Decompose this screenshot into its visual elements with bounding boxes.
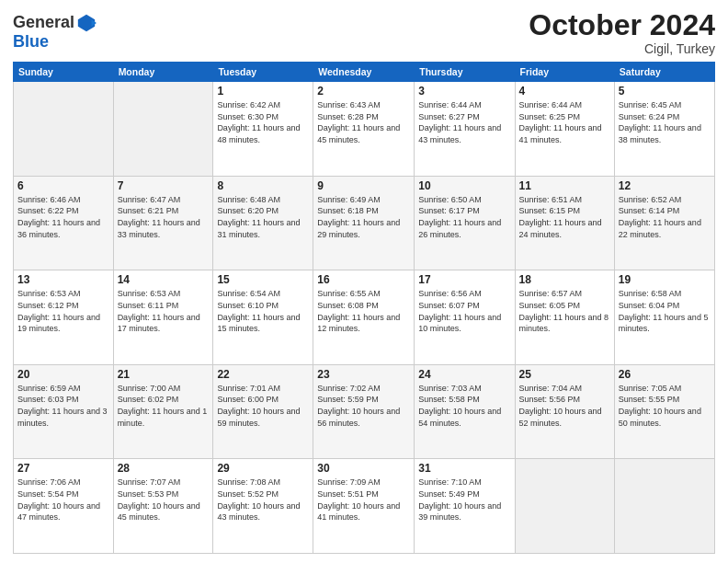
table-row: 1Sunrise: 6:42 AMSunset: 6:30 PMDaylight… [213,82,313,177]
calendar-week-row: 13Sunrise: 6:53 AMSunset: 6:12 PMDayligh… [14,270,715,365]
table-row: 26Sunrise: 7:05 AMSunset: 5:55 PMDayligh… [614,364,714,459]
table-row: 28Sunrise: 7:07 AMSunset: 5:53 PMDayligh… [113,459,213,554]
table-row [113,82,213,177]
day-info: Sunrise: 6:57 AMSunset: 6:05 PMDaylight:… [519,288,610,334]
calendar-week-row: 27Sunrise: 7:06 AMSunset: 5:54 PMDayligh… [14,459,715,554]
calendar-week-row: 20Sunrise: 6:59 AMSunset: 6:03 PMDayligh… [14,364,715,459]
day-number: 16 [317,273,410,286]
table-row [614,459,714,554]
table-row: 9Sunrise: 6:49 AMSunset: 6:18 PMDaylight… [313,176,415,270]
table-row: 20Sunrise: 6:59 AMSunset: 6:03 PMDayligh… [14,364,114,459]
day-info: Sunrise: 6:53 AMSunset: 6:12 PMDaylight:… [17,288,109,334]
day-info: Sunrise: 6:47 AMSunset: 6:21 PMDaylight:… [118,194,210,240]
day-number: 13 [17,273,109,286]
day-number: 30 [317,462,410,475]
col-wednesday: Wednesday [313,63,415,82]
table-row: 30Sunrise: 7:09 AMSunset: 5:51 PMDayligh… [313,459,415,554]
day-info: Sunrise: 6:49 AMSunset: 6:18 PMDaylight:… [317,194,410,240]
col-saturday: Saturday [614,63,714,82]
day-number: 10 [418,179,510,192]
table-row: 2Sunrise: 6:43 AMSunset: 6:28 PMDaylight… [313,82,415,177]
day-info: Sunrise: 6:46 AMSunset: 6:22 PMDaylight:… [17,194,109,240]
calendar-subtitle: Cigil, Turkey [529,41,715,56]
day-info: Sunrise: 7:04 AMSunset: 5:56 PMDaylight:… [519,383,610,429]
table-row: 5Sunrise: 6:45 AMSunset: 6:24 PMDaylight… [614,82,714,177]
day-info: Sunrise: 6:54 AMSunset: 6:10 PMDaylight:… [217,288,309,334]
day-number: 12 [619,179,711,192]
day-info: Sunrise: 6:56 AMSunset: 6:07 PMDaylight:… [418,288,510,334]
day-info: Sunrise: 7:05 AMSunset: 5:55 PMDaylight:… [619,383,711,429]
table-row: 17Sunrise: 6:56 AMSunset: 6:07 PMDayligh… [415,270,515,365]
logo: General Blue [13,13,97,52]
day-info: Sunrise: 6:50 AMSunset: 6:17 PMDaylight:… [418,194,510,240]
calendar-table: Sunday Monday Tuesday Wednesday Thursday… [13,62,715,554]
table-row: 12Sunrise: 6:52 AMSunset: 6:14 PMDayligh… [614,176,714,270]
col-friday: Friday [515,63,614,82]
table-row: 22Sunrise: 7:01 AMSunset: 6:00 PMDayligh… [213,364,313,459]
table-row: 15Sunrise: 6:54 AMSunset: 6:10 PMDayligh… [213,270,313,365]
day-info: Sunrise: 7:10 AMSunset: 5:49 PMDaylight:… [418,477,510,523]
day-info: Sunrise: 6:44 AMSunset: 6:27 PMDaylight:… [418,99,510,145]
day-number: 9 [317,179,410,192]
day-number: 17 [418,273,510,286]
table-row: 7Sunrise: 6:47 AMSunset: 6:21 PMDaylight… [113,176,213,270]
day-info: Sunrise: 7:01 AMSunset: 6:00 PMDaylight:… [217,383,309,429]
day-number: 28 [118,462,210,475]
day-info: Sunrise: 6:51 AMSunset: 6:15 PMDaylight:… [519,194,610,240]
logo-icon [76,13,97,33]
day-number: 24 [418,368,510,381]
day-number: 8 [217,179,309,192]
day-info: Sunrise: 6:53 AMSunset: 6:11 PMDaylight:… [118,288,210,334]
calendar-header-row: Sunday Monday Tuesday Wednesday Thursday… [14,63,715,82]
table-row: 31Sunrise: 7:10 AMSunset: 5:49 PMDayligh… [415,459,515,554]
table-row: 3Sunrise: 6:44 AMSunset: 6:27 PMDaylight… [415,82,515,177]
day-number: 7 [118,179,210,192]
day-number: 26 [619,368,711,381]
day-number: 29 [217,462,309,475]
table-row: 25Sunrise: 7:04 AMSunset: 5:56 PMDayligh… [515,364,614,459]
page: General Blue October 2024 Cigil, Turkey … [0,0,728,563]
day-number: 6 [17,179,109,192]
day-info: Sunrise: 7:07 AMSunset: 5:53 PMDaylight:… [118,477,210,523]
day-number: 18 [519,273,610,286]
table-row: 6Sunrise: 6:46 AMSunset: 6:22 PMDaylight… [14,176,114,270]
day-number: 31 [418,462,510,475]
table-row: 4Sunrise: 6:44 AMSunset: 6:25 PMDaylight… [515,82,614,177]
table-row: 18Sunrise: 6:57 AMSunset: 6:05 PMDayligh… [515,270,614,365]
col-sunday: Sunday [14,63,114,82]
day-number: 2 [317,85,410,98]
day-info: Sunrise: 6:42 AMSunset: 6:30 PMDaylight:… [217,99,309,145]
day-info: Sunrise: 6:52 AMSunset: 6:14 PMDaylight:… [619,194,711,240]
logo-general-text: General [13,14,74,32]
day-number: 22 [217,368,309,381]
day-number: 14 [118,273,210,286]
table-row: 27Sunrise: 7:06 AMSunset: 5:54 PMDayligh… [14,459,114,554]
day-number: 19 [619,273,711,286]
title-block: October 2024 Cigil, Turkey [529,9,715,56]
day-info: Sunrise: 7:03 AMSunset: 5:58 PMDaylight:… [418,383,510,429]
day-number: 15 [217,273,309,286]
day-info: Sunrise: 7:08 AMSunset: 5:52 PMDaylight:… [217,477,309,523]
table-row: 21Sunrise: 7:00 AMSunset: 6:02 PMDayligh… [113,364,213,459]
day-number: 3 [418,85,510,98]
day-info: Sunrise: 6:59 AMSunset: 6:03 PMDaylight:… [17,383,109,429]
table-row: 29Sunrise: 7:08 AMSunset: 5:52 PMDayligh… [213,459,313,554]
day-number: 11 [519,179,610,192]
day-info: Sunrise: 7:00 AMSunset: 6:02 PMDaylight:… [118,383,210,429]
day-info: Sunrise: 6:43 AMSunset: 6:28 PMDaylight:… [317,99,410,145]
col-thursday: Thursday [415,63,515,82]
col-tuesday: Tuesday [213,63,313,82]
day-info: Sunrise: 6:55 AMSunset: 6:08 PMDaylight:… [317,288,410,334]
day-number: 4 [519,85,610,98]
logo-blue-text: Blue [13,32,49,51]
day-number: 5 [619,85,711,98]
calendar-week-row: 1Sunrise: 6:42 AMSunset: 6:30 PMDaylight… [14,82,715,177]
table-row: 11Sunrise: 6:51 AMSunset: 6:15 PMDayligh… [515,176,614,270]
day-info: Sunrise: 6:44 AMSunset: 6:25 PMDaylight:… [519,99,610,145]
calendar-week-row: 6Sunrise: 6:46 AMSunset: 6:22 PMDaylight… [14,176,715,270]
table-row: 16Sunrise: 6:55 AMSunset: 6:08 PMDayligh… [313,270,415,365]
day-number: 1 [217,85,309,98]
day-info: Sunrise: 7:02 AMSunset: 5:59 PMDaylight:… [317,383,410,429]
table-row [14,82,114,177]
calendar-title: October 2024 [529,9,715,41]
